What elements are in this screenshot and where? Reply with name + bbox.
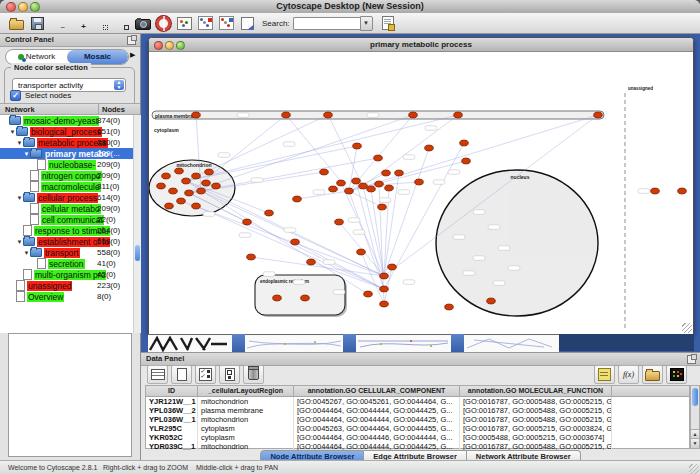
- graph-node[interactable]: [182, 178, 191, 184]
- attribute-list-icon[interactable]: [219, 365, 240, 384]
- graph-node[interactable]: [409, 112, 418, 118]
- nodes-layer[interactable]: [157, 112, 687, 310]
- tree-row-primary-metabo[interactable]: ▼primary metabo209(...: [0, 148, 133, 159]
- expand-arrow-icon[interactable]: ▼: [23, 151, 30, 157]
- graph-node[interactable]: [320, 169, 329, 175]
- graph-node[interactable]: [395, 170, 404, 176]
- graph-node[interactable]: [352, 178, 361, 184]
- graph-node[interactable]: [385, 185, 394, 191]
- tree-scrollbar-thumb[interactable]: [135, 245, 140, 261]
- graph-node[interactable]: [388, 264, 397, 270]
- edge[interactable]: [384, 148, 429, 276]
- formula-icon[interactable]: [618, 365, 639, 384]
- expand-arrow-icon[interactable]: ▼: [9, 129, 16, 135]
- save-session-icon[interactable]: [27, 14, 48, 32]
- tree-scrollbar[interactable]: [133, 115, 141, 333]
- graph-node[interactable]: [202, 180, 211, 186]
- tree-row-mosaic-demo-yeast[interactable]: mosaic-demo-yeast874(0): [0, 115, 133, 126]
- import-table-icon[interactable]: [216, 14, 237, 32]
- graph-node[interactable]: [425, 145, 434, 151]
- table-scrollbar-thumb[interactable]: [692, 388, 698, 406]
- graph-node[interactable]: [380, 286, 389, 292]
- graph-node[interactable]: [335, 219, 344, 225]
- tree-row-response-to-stimulu[interactable]: response to stimulu264(0): [0, 225, 133, 236]
- tree-row-cellular-metabo[interactable]: cellular metabo209(0): [0, 203, 133, 214]
- attribute-editor-icon[interactable]: [378, 14, 399, 32]
- select-nodes-checkbox[interactable]: ✓: [10, 90, 21, 101]
- graph-node[interactable]: [192, 203, 201, 209]
- tree-row-establishment-of-lo[interactable]: ▼establishment of lo558(0): [0, 236, 133, 247]
- view-resize-grip[interactable]: [682, 323, 692, 333]
- column-header[interactable]: ID: [146, 386, 198, 396]
- graph-node[interactable]: [374, 155, 383, 161]
- graph-node[interactable]: [415, 179, 424, 185]
- nodes-column-header[interactable]: Nodes: [98, 104, 140, 114]
- graph-node[interactable]: [460, 140, 469, 146]
- network-window-titlebar[interactable]: primary metabolic process: [149, 38, 693, 52]
- graph-node[interactable]: [247, 254, 256, 260]
- graph-node[interactable]: [329, 186, 338, 192]
- graph-node[interactable]: [273, 295, 282, 301]
- expand-arrow-icon[interactable]: ▼: [16, 195, 23, 201]
- table-row[interactable]: YLR295Ccytoplasm[GO:0045263, GO:0044464,…: [146, 424, 689, 433]
- select-attributes-icon[interactable]: [195, 365, 216, 384]
- annotation-icon[interactable]: [237, 14, 258, 32]
- graph-node[interactable]: [357, 249, 366, 255]
- background-window-thumbnail[interactable]: [148, 334, 232, 352]
- tab-mosaic[interactable]: Mosaic: [67, 50, 128, 64]
- table-mode-icon[interactable]: [147, 365, 168, 384]
- network-canvas[interactable]: plasma membrane cytoplasm nucleus mitoch…: [149, 52, 693, 334]
- tree-row-nucleobase-[interactable]: nucleobase-209(0): [0, 159, 133, 170]
- graph-node[interactable]: [651, 188, 660, 194]
- tree-row-transport[interactable]: ▼transport558(0): [0, 247, 133, 258]
- table-row[interactable]: YKR052Ccytoplasm[GO:0044464, GO:0044446,…: [146, 433, 689, 442]
- birdseye-view[interactable]: [8, 333, 132, 457]
- graph-node[interactable]: [364, 291, 373, 297]
- table-row[interactable]: YPL036W__2plasma membrane[GO:0044464, GO…: [146, 406, 689, 415]
- delete-attribute-icon[interactable]: [243, 365, 264, 384]
- close-window-button[interactable]: [6, 2, 16, 12]
- graph-node[interactable]: [192, 112, 201, 118]
- graph-node[interactable]: [265, 210, 274, 216]
- graph-node[interactable]: [307, 259, 316, 265]
- zoom-window-button[interactable]: [30, 2, 40, 12]
- snapshot-icon[interactable]: [132, 14, 153, 32]
- matrix-icon[interactable]: [666, 365, 687, 384]
- network-manager-icon[interactable]: [174, 14, 195, 32]
- background-window-thumbnail[interactable]: [245, 334, 343, 352]
- table-row[interactable]: YJR121W__1mitochondrion[GO:0045267, GO:0…: [146, 397, 689, 406]
- graph-node[interactable]: [359, 183, 368, 189]
- graph-node[interactable]: [192, 173, 201, 179]
- tree-row-nitrogen-compo[interactable]: nitrogen compo209(0): [0, 170, 133, 181]
- tree-row-biological-process[interactable]: ▼biological_process651(0): [0, 126, 133, 137]
- expand-arrow-icon[interactable]: ▼: [16, 239, 23, 245]
- import-icon[interactable]: [642, 365, 663, 384]
- graph-node[interactable]: [162, 173, 171, 179]
- expand-arrow-icon[interactable]: ▼: [16, 140, 23, 146]
- minimize-window-button[interactable]: [18, 2, 28, 12]
- scroll-down-icon[interactable]: ▼: [691, 438, 699, 448]
- tree-row-unassigned[interactable]: unassigned223(0): [0, 280, 133, 291]
- tree-row-secretion[interactable]: secretion41(0): [0, 258, 133, 269]
- table-scrollbar[interactable]: ▲ ▼: [690, 385, 700, 449]
- graph-node[interactable]: [185, 190, 194, 196]
- graph-node[interactable]: [282, 112, 291, 118]
- graph-node[interactable]: [678, 188, 687, 194]
- search-input[interactable]: [293, 17, 360, 30]
- network-column-header[interactable]: Network: [0, 104, 98, 114]
- expand-arrow-icon[interactable]: ▼: [23, 250, 30, 256]
- search-dropdown-button[interactable]: ▼: [360, 16, 373, 31]
- background-window-thumbnail[interactable]: [356, 334, 451, 352]
- minimize-view-button[interactable]: [165, 41, 174, 50]
- tree-row-multi-organism-pro[interactable]: multi-organism pro42(0): [0, 269, 133, 280]
- graph-node[interactable]: [205, 169, 214, 175]
- import-network-icon[interactable]: [195, 14, 216, 32]
- graph-node[interactable]: [197, 188, 206, 194]
- window-resize-grip[interactable]: [689, 464, 699, 474]
- graph-node[interactable]: [382, 170, 391, 176]
- column-header[interactable]: annotation.GO CELLULAR_COMPONENT: [294, 386, 460, 396]
- close-view-button[interactable]: [154, 41, 163, 50]
- graph-node[interactable]: [378, 204, 387, 210]
- graph-node[interactable]: [380, 301, 389, 307]
- edge[interactable]: [349, 115, 598, 191]
